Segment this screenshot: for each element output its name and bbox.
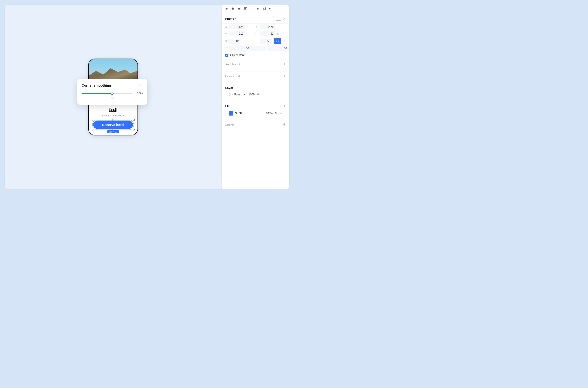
layer-title: Layer <box>225 86 233 90</box>
corner-tl-input[interactable] <box>229 46 266 51</box>
layer-mode-dropdown[interactable]: Pass... ▾ <box>234 93 245 96</box>
stroke-title: Stroke <box>225 123 234 126</box>
handle-bottom-left[interactable] <box>92 129 93 130</box>
y-field-group: Y <box>256 24 286 29</box>
x-label: X <box>225 25 228 28</box>
app-container: Bali Country - Indonesia Reserve hotel 2… <box>4 4 290 190</box>
rot-corner-row: ⟳ ⌒ <box>222 37 289 45</box>
svg-rect-9 <box>244 7 247 8</box>
fill-color-hex: 3071FF <box>235 112 264 115</box>
frame-title[interactable]: Frame ▾ <box>225 17 236 20</box>
rotation-input[interactable] <box>228 39 241 44</box>
layer-section-header: Layer <box>225 86 286 90</box>
fill-opacity-value: 100% <box>266 112 273 115</box>
card-body: Bali Country - Indonesia Reserve hotel 2… <box>89 104 138 132</box>
handle-top-right[interactable] <box>133 119 135 121</box>
landscape-frame-button[interactable] <box>276 17 281 21</box>
layout-grid-section: Layout grid + <box>222 72 289 83</box>
remove-fill-button[interactable]: − <box>280 111 282 115</box>
clip-content-row: ✓ Clip content <box>222 52 289 59</box>
fill-color-swatch[interactable] <box>229 111 233 116</box>
svg-rect-15 <box>257 10 259 10</box>
layer-row: ○ Pass... ▾ 100% 👁 <box>225 92 286 98</box>
svg-rect-10 <box>245 8 245 10</box>
layer-mode-label: Pass... <box>234 93 243 96</box>
fill-grid-icon: ⠿ <box>280 104 281 107</box>
checkmark-icon: ✓ <box>226 54 228 56</box>
reserve-hotel-button[interactable]: Reserve hotel <box>93 121 133 129</box>
align-center-v-icon[interactable] <box>250 7 253 10</box>
slider-track[interactable] <box>82 93 132 94</box>
svg-rect-24 <box>278 41 279 42</box>
fill-title: Fill <box>225 104 230 108</box>
reserve-btn-wrapper: Reserve hotel 212 × 52 <box>93 121 133 129</box>
align-right-icon[interactable] <box>238 7 241 10</box>
card-subtitle: Country - Indonesia <box>91 114 135 117</box>
slider-fill <box>82 93 112 94</box>
layer-opacity-value: 100% <box>246 93 256 96</box>
align-left-icon[interactable] <box>225 7 228 10</box>
corner-smoothing-popup: Corner smoothing × 60% iOS <box>77 79 147 105</box>
slider-thumb[interactable] <box>110 92 114 95</box>
handle-bottom-right[interactable] <box>133 129 135 130</box>
auto-layout-title: Auto layout <box>225 63 240 66</box>
layout-grid-title: Layout grid <box>225 75 240 78</box>
y-input[interactable] <box>260 24 275 29</box>
add-fill-button[interactable]: + <box>283 104 286 108</box>
svg-rect-0 <box>225 8 225 10</box>
corner-tr-input[interactable] <box>267 46 289 51</box>
svg-rect-2 <box>226 9 227 9</box>
slider-value: 60% <box>135 92 143 95</box>
svg-rect-16 <box>257 8 258 9</box>
rotation-field: ⟳ <box>225 39 255 44</box>
rotation-icon: ⟳ <box>225 40 227 43</box>
w-input[interactable] <box>229 31 245 36</box>
right-panel: ▾ Frame ▾ ⤢ X Y <box>221 4 289 190</box>
svg-rect-1 <box>226 8 227 9</box>
w-label: W <box>225 32 228 35</box>
align-center-h-icon[interactable] <box>231 7 234 10</box>
svg-rect-19 <box>266 7 266 10</box>
svg-rect-17 <box>258 8 259 9</box>
constrain-proportions-icon[interactable]: ⟲ <box>276 32 279 35</box>
auto-layout-header: Auto layout + <box>225 62 286 66</box>
clip-content-checkbox[interactable]: ✓ <box>225 54 228 57</box>
svg-rect-18 <box>263 7 264 10</box>
layer-circle-icon: ○ <box>230 94 231 96</box>
svg-rect-23 <box>276 41 277 42</box>
layer-mode-chevron: ▾ <box>244 93 245 96</box>
x-input[interactable] <box>229 24 245 29</box>
card-title: Bali <box>91 107 135 113</box>
h-input[interactable] <box>260 31 275 36</box>
svg-rect-3 <box>232 7 233 10</box>
align-bottom-icon[interactable] <box>256 7 260 10</box>
layer-visibility-icon[interactable]: 👁 <box>257 93 261 96</box>
auto-layout-section: Auto layout + <box>222 59 289 72</box>
svg-rect-14 <box>252 8 252 10</box>
h-label: H <box>256 32 259 35</box>
distribute-icon[interactable] <box>263 7 266 10</box>
fill-section: Fill ⠿ + 3071FF 100% 👁 − <box>222 101 289 120</box>
y-label: Y <box>256 25 259 28</box>
svg-rect-5 <box>232 9 234 9</box>
add-auto-layout-button[interactable]: + <box>283 62 286 66</box>
svg-rect-21 <box>276 40 277 41</box>
more-align-dropdown[interactable]: ▾ <box>269 7 270 10</box>
align-top-icon[interactable] <box>244 7 247 10</box>
svg-rect-4 <box>232 8 234 9</box>
individual-corners-button[interactable] <box>274 38 281 44</box>
svg-rect-7 <box>238 8 240 9</box>
corner-popup-header: Corner smoothing × <box>82 83 143 88</box>
corner-radius-input[interactable] <box>260 39 272 44</box>
slider-row: 60% <box>82 92 143 95</box>
collapse-icon[interactable]: ⤢ <box>283 17 286 20</box>
handle-top-left[interactable] <box>92 119 93 121</box>
svg-rect-13 <box>251 8 251 10</box>
fill-visibility-icon[interactable]: 👁 <box>274 111 278 115</box>
add-layout-grid-button[interactable]: + <box>283 74 286 78</box>
close-popup-button[interactable]: × <box>138 83 143 88</box>
xy-fields-row: X Y <box>222 24 289 30</box>
add-stroke-button[interactable]: + <box>283 122 286 127</box>
frame-section-header: Frame ▾ ⤢ <box>222 13 289 24</box>
portrait-frame-button[interactable] <box>270 16 274 21</box>
